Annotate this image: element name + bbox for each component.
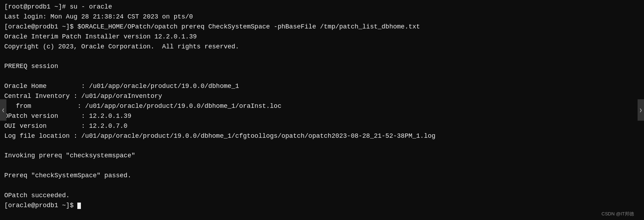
terminal-line: Central Inventory : /u01/app/oraInventor… — [4, 91, 640, 101]
right-arrow-button[interactable]: ❯ — [638, 99, 644, 121]
terminal-line: Oracle Interim Patch Installer version 1… — [4, 32, 640, 42]
terminal-line — [4, 141, 640, 151]
terminal-line — [4, 161, 640, 171]
terminal-line: OPatch succeeded. — [4, 191, 640, 201]
terminal-line — [4, 52, 640, 62]
terminal-line: [oracle@prodb1 ~]$ $ORACLE_HOME/OPatch/o… — [4, 22, 640, 32]
terminal-line: Copyright (c) 2023, Oracle Corporation. … — [4, 42, 640, 52]
left-arrow-button[interactable]: ❮ — [0, 99, 6, 121]
terminal-line: Oracle Home : /u01/app/oracle/product/19… — [4, 82, 640, 91]
terminal-content: [root@prodb1 ~]# su - oracleLast login: … — [4, 2, 640, 211]
terminal-line: [oracle@prodb1 ~]$ — [4, 201, 640, 211]
terminal-line — [4, 181, 640, 191]
watermark-label: CSDN @IT邦德 — [602, 211, 634, 217]
terminal-window: [root@prodb1 ~]# su - oracleLast login: … — [0, 0, 644, 220]
terminal-line: PREREQ session — [4, 62, 640, 72]
terminal-line: from : /u01/app/oracle/product/19.0.0/db… — [4, 101, 640, 111]
terminal-line — [4, 72, 640, 82]
terminal-line: [root@prodb1 ~]# su - oracle — [4, 2, 640, 12]
terminal-line: OPatch version : 12.2.0.1.39 — [4, 111, 640, 121]
terminal-line: OUI version : 12.2.0.7.0 — [4, 121, 640, 131]
terminal-line: Prereq "checkSystemSpace" passed. — [4, 171, 640, 181]
terminal-cursor — [77, 203, 81, 209]
terminal-line: Log file location : /u01/app/oracle/prod… — [4, 131, 640, 141]
terminal-line: Invoking prereq "checksystemspace" — [4, 151, 640, 161]
terminal-line: Last login: Mon Aug 28 21:38:24 CST 2023… — [4, 12, 640, 22]
